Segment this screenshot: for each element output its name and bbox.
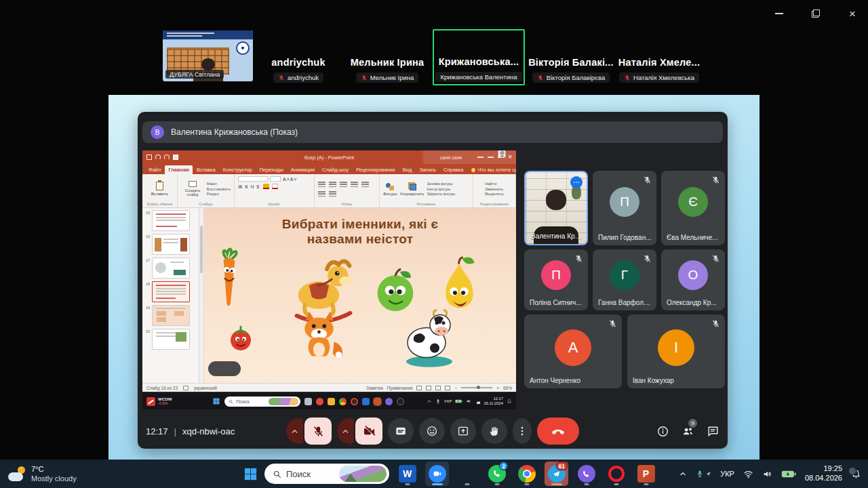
slide-thumbnail-19[interactable] xyxy=(152,305,190,326)
thumbnail-row[interactable]: 20 xyxy=(144,329,197,350)
slide-thumbnail-panel[interactable]: 15 16 xyxy=(142,208,199,383)
font-name-box[interactable] xyxy=(238,176,268,182)
notification-center-button[interactable] xyxy=(851,469,861,479)
language-indicator[interactable]: украинский xyxy=(194,386,217,390)
location-in-use-icon[interactable] xyxy=(705,471,711,477)
thumbnail-row[interactable]: 17 xyxy=(144,258,197,279)
shape-effects-button[interactable]: Эффекты фигуры xyxy=(427,192,455,196)
shared-app-icon[interactable] xyxy=(316,398,323,405)
thumbnail-row[interactable]: 18 xyxy=(144,281,197,302)
paste-button[interactable]: Вставить xyxy=(151,182,168,196)
ppt-close-icon[interactable]: × xyxy=(508,154,512,161)
meeting-details-icon[interactable] xyxy=(656,425,669,438)
participant-tile-pylyp[interactable]: П Пилип Годован... xyxy=(593,171,656,245)
participant-tile-hanna[interactable]: Г Ганна Варфоло... xyxy=(593,249,656,310)
zoom-in-button[interactable]: + xyxy=(496,386,499,390)
taskbar-app-zoom-active[interactable] xyxy=(425,462,449,486)
shared-app-icon[interactable] xyxy=(339,398,347,405)
tray-chevron-icon[interactable] xyxy=(427,399,432,404)
participant-tile-ivan[interactable]: І Іван Кожухар xyxy=(627,314,725,388)
zoom-level[interactable]: 66% xyxy=(503,386,512,390)
taskbar-app-powerpoint[interactable]: P xyxy=(634,462,658,486)
layout-button[interactable]: Макет xyxy=(207,182,231,186)
chat-panel-icon[interactable] xyxy=(707,425,719,438)
notes-button[interactable]: Заметки xyxy=(366,386,383,390)
ppt-minimize-icon[interactable] xyxy=(488,157,494,158)
participant-tile-oleksandr[interactable]: О Олександр Кр... xyxy=(661,249,725,310)
reactions-button[interactable] xyxy=(419,418,445,444)
grow-shrink-font[interactable]: A˄A˅ xyxy=(283,177,298,182)
ribbon-options-icon[interactable] xyxy=(477,157,484,158)
present-screen-button[interactable] xyxy=(450,418,476,444)
tab-view[interactable]: Вид xyxy=(399,165,416,174)
language-indicator[interactable]: УКР xyxy=(720,470,734,478)
zoom-out-button[interactable]: − xyxy=(454,386,457,390)
mic-toggle-button-muted[interactable] xyxy=(304,418,332,445)
slide-thumbnail-20[interactable] xyxy=(152,329,190,350)
filmstrip-tile-andriychuk[interactable]: andriychuk andriychuk xyxy=(256,30,340,85)
tab-record[interactable]: Запись xyxy=(416,165,439,174)
align-left-icon[interactable] xyxy=(351,181,358,187)
mic-options-button[interactable] xyxy=(286,418,303,444)
filmstrip-tile-khmelevska[interactable]: Наталія Хмеле... Наталія Хмелевська xyxy=(616,30,703,85)
shape-fill-button[interactable]: Заливка фигуры xyxy=(427,182,455,186)
tab-design[interactable]: Конструктор xyxy=(220,165,256,174)
bullets-icon[interactable] xyxy=(318,181,326,187)
battery-icon[interactable] xyxy=(781,470,796,479)
participant-tile-valentyna[interactable]: Валентина Кри... xyxy=(524,171,588,245)
shared-app-icon-powerpoint-active[interactable] xyxy=(374,398,381,405)
taskbar-app-opera[interactable] xyxy=(604,462,628,486)
shared-widget[interactable]: WCOW -0.5% xyxy=(146,397,172,406)
shared-app-icon[interactable] xyxy=(328,398,335,405)
participant-tile-yeva[interactable]: Є Єва Мельниче... xyxy=(661,171,725,245)
spellcheck-icon[interactable] xyxy=(183,386,189,390)
participant-tile-polina[interactable]: П Поліна Ситнич... xyxy=(524,249,588,310)
slideshow-view-icon[interactable] xyxy=(445,386,450,390)
slide-thumbnail-15[interactable] xyxy=(152,210,190,231)
taskbar-app-telegram[interactable]: 61 xyxy=(545,462,568,486)
tile-options-button[interactable] xyxy=(570,176,583,188)
thumbnail-row[interactable]: 16 xyxy=(144,234,197,255)
section-button[interactable]: Раздел xyxy=(207,192,231,196)
taskbar-app-viber[interactable] xyxy=(574,462,598,486)
tab-review[interactable]: Рецензирование xyxy=(353,165,399,174)
weather-widget[interactable]: 7°C Mostly cloudy xyxy=(0,465,136,483)
filmstrip-tile-melnyk[interactable]: Мельник Ірина Мельник Ірина xyxy=(342,30,432,85)
slide-thumbnail-16[interactable] xyxy=(152,234,190,255)
restore-button[interactable] xyxy=(806,7,826,20)
comments-button[interactable]: Примечания xyxy=(387,386,413,390)
camera-options-button[interactable] xyxy=(337,418,354,444)
filmstrip-tile-kryzhanovska-active-speaker[interactable]: Крижановська... Крижановська Валентина xyxy=(433,29,525,85)
tab-animations[interactable]: Анимация xyxy=(288,165,318,174)
shape-outline-button[interactable]: Контур фигуры xyxy=(427,187,455,191)
indent-icon[interactable] xyxy=(340,181,347,187)
filmstrip-tile-balakirieva[interactable]: Вікторія Балакі... Вікторія Балакірєва xyxy=(528,30,614,85)
highlight-color-icon[interactable] xyxy=(263,184,269,189)
taskbar-clock[interactable]: 19:25 08.04.2026 xyxy=(805,464,842,483)
tab-help[interactable]: Справка xyxy=(440,165,467,174)
tab-home[interactable]: Главная xyxy=(165,165,193,174)
taskbar-search-box[interactable]: Поиск xyxy=(264,464,389,484)
slide-sorter-icon[interactable] xyxy=(426,386,431,390)
shapes-button[interactable]: Фигуры xyxy=(383,182,397,196)
minimize-button[interactable] xyxy=(769,7,789,20)
tab-transitions[interactable]: Переходы xyxy=(256,165,287,174)
font-size-box[interactable] xyxy=(270,176,281,182)
captions-button[interactable] xyxy=(388,418,414,444)
shared-system-tray[interactable]: УКР 12:17 26.11.2024 xyxy=(427,396,512,405)
numbering-icon[interactable] xyxy=(329,181,336,187)
shared-app-icon[interactable] xyxy=(362,398,370,405)
thumbnail-row[interactable]: 19 xyxy=(144,305,197,326)
tab-slideshow[interactable]: Слайд-шоу xyxy=(319,165,352,174)
thumbnail-row[interactable]: 15 xyxy=(144,210,197,231)
account-name[interactable]: саня саня xyxy=(440,155,462,160)
tab-file[interactable]: Файл xyxy=(145,165,164,174)
columns-icon[interactable] xyxy=(329,190,336,197)
taskbar-app-word[interactable]: W xyxy=(395,462,419,486)
font-style-buttons[interactable]: Ж К Ч S xyxy=(238,184,260,189)
wifi-icon[interactable] xyxy=(743,469,753,479)
shared-language-indicator[interactable]: УКР xyxy=(444,399,452,403)
thumbnail-scrollbar[interactable] xyxy=(199,208,204,383)
tab-insert[interactable]: Вставка xyxy=(193,165,219,174)
taskbar-app-chrome[interactable] xyxy=(515,462,538,486)
